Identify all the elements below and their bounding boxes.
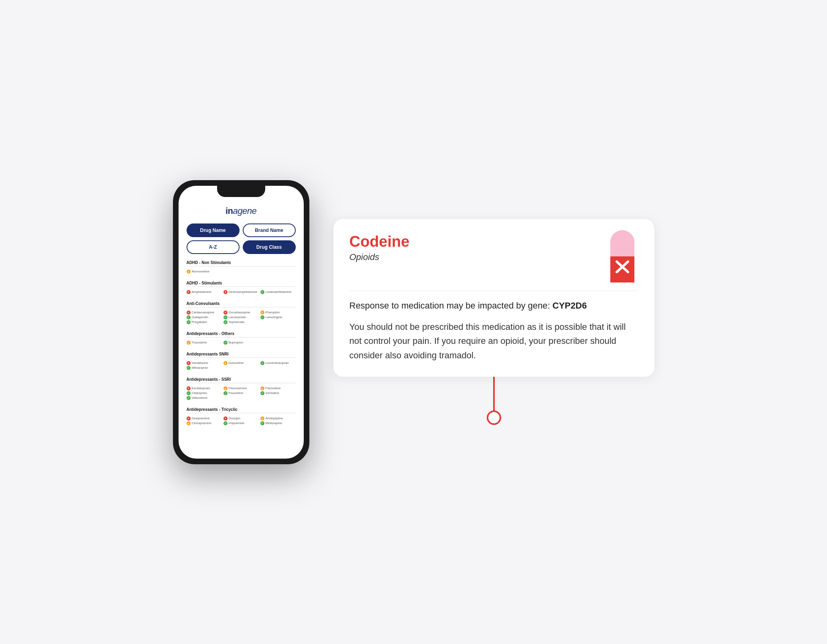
pill-icon [606,230,638,282]
drug-name-label: Venlafaxine [192,361,208,365]
drug-name-label: Pregabalin [192,320,207,324]
drug-name-label: Levomilnacipran [266,361,289,365]
status-dot-green: ✓ [224,315,228,319]
status-dot-yellow: ▲ [187,341,191,345]
gene-name: CYP2D6 [553,301,587,311]
phone-notch [217,186,265,197]
filter-az[interactable]: A-Z [187,240,240,254]
drug-item[interactable]: ✓Gabapentin [187,315,222,319]
section-title: Antidepressants - Others [187,331,296,337]
drug-item[interactable]: ✕Amphetamine [187,290,222,294]
drug-name-label: Escitalopram [192,386,210,390]
drug-item[interactable]: ✓Fluoxetine [224,391,259,395]
drug-item[interactable]: ✓Bupropion [224,341,259,345]
drug-item[interactable]: ✕Desipramine [187,416,222,421]
drug-item[interactable]: ✓Lisdexamfetamine [260,290,296,294]
drug-grid: ✕Carbamazepine✕Oxcarbazepine▲Phenytoin✓G… [187,309,296,326]
drug-card: Codeine Opioids [333,219,654,377]
drug-sections: ADHD - Non Stimulants▲AtomoxetineADHD - … [187,260,296,427]
drug-item[interactable]: ✓Topiramate [224,320,259,324]
drug-item[interactable]: ▲Phenytoin [260,311,296,315]
section-title: Antidepressants - SSRI [187,377,296,383]
drug-item[interactable]: ▲Clomipramine [187,421,222,425]
status-dot-green: ✓ [260,290,264,294]
logo-text: inagene [226,206,256,216]
drug-name-label: Sertraline [266,391,279,395]
drug-item[interactable]: ▲Paroxetine [260,386,296,390]
drug-item[interactable]: ✕Dextroamphetamine [224,290,259,294]
card-header: Codeine Opioids [349,234,638,282]
status-dot-red: ✕ [187,311,191,315]
status-dot-green: ✓ [187,366,191,370]
drug-item[interactable]: ✓Citalopram [187,391,222,395]
card-divider [349,291,638,291]
filter-buttons: Drug Name Brand Name A-Z Drug Class [187,223,296,254]
drug-item[interactable]: ✕Venlafaxine [187,361,222,365]
drug-name-label: Trazodone [192,341,207,344]
drug-name: Codeine [349,234,410,250]
status-dot-green: ✓ [260,391,264,395]
drug-item[interactable]: ✓Imipramine [224,421,259,425]
drug-item[interactable]: ✓Lamotrigine [260,315,296,319]
drug-name-label: Phenytoin [266,311,280,314]
drug-item[interactable]: ✓Mirtazapine [260,421,296,425]
phone-frame: inagene Drug Name Brand Name A-Z Dru [173,180,309,464]
drug-item[interactable]: ▲Fluvoxamine [224,386,259,390]
status-dot-red: ✕ [224,416,228,421]
status-dot-green: ✓ [224,421,228,425]
status-dot-green: ✓ [260,361,264,365]
drug-name-label: Clomipramine [192,421,211,425]
drug-name-label: Doxepin [229,416,240,420]
section-title: Anti-Convulsants [187,301,296,307]
drug-item[interactable]: ✓Levomilnacipran [260,361,296,365]
drug-name-label: Lisdexamfetamine [266,290,292,294]
drug-name-label: Atomoxetine [192,270,209,273]
drug-item[interactable]: ✓Sertraline [260,391,296,395]
status-dot-yellow: ▲ [260,386,264,390]
drug-item[interactable]: ✓Lacosamide [224,315,259,319]
drug-name-label: Milnacipran [192,366,208,370]
status-dot-green: ✓ [260,315,264,319]
section-title: Antidepressants - Tricyclic [187,407,296,413]
drug-name-label: Desipramine [192,416,210,420]
drug-item[interactable]: ▲Duloxetine [224,361,259,365]
drug-item[interactable]: ▲Trazodone [187,341,222,345]
drug-grid: ✕Amphetamine✕Dextroamphetamine✓Lisdexamf… [187,288,296,296]
timeline-circle [487,410,501,425]
section-title: Antidepressants SNRI [187,352,296,358]
status-dot-yellow: ▲ [260,311,264,315]
drug-section: Antidepressants SNRI✕Venlafaxine▲Duloxet… [187,352,296,372]
status-dot-yellow: ▲ [187,421,191,425]
timeline-connector [333,377,654,425]
drug-section: ADHD - Stimulants✕Amphetamine✕Dextroamph… [187,281,296,296]
scene: inagene Drug Name Brand Name A-Z Dru [173,180,654,464]
status-dot-green: ✓ [187,396,191,400]
drug-item[interactable]: ✕Carbamazepine [187,311,222,315]
drug-item[interactable]: ✕Doxepin [224,416,259,421]
card-title-block: Codeine Opioids [349,234,410,262]
drug-item[interactable]: ✓Milnacipran [187,366,222,370]
status-dot-red: ✕ [187,290,191,294]
drug-item[interactable]: ▲Atomoxetine [187,270,222,274]
filter-drug-name[interactable]: Drug Name [187,223,240,237]
drug-item[interactable]: ✓Pregabalin [187,320,222,324]
drug-name-label: Dextroamphetamine [229,290,258,294]
drug-section: Anti-Convulsants✕Carbamazepine✕Oxcarbaze… [187,301,296,326]
status-dot-yellow: ▲ [224,361,228,365]
drug-item[interactable]: ▲Amitriptyline [260,416,296,421]
status-dot-green: ✓ [260,421,264,425]
status-dot-green: ✓ [224,391,228,395]
filter-brand-name[interactable]: Brand Name [243,223,296,237]
drug-grid: ▲Trazodone✓Bupropion [187,339,296,346]
status-dot-green: ✓ [187,320,191,324]
drug-item[interactable]: ✕Oxcarbazepine [224,311,259,315]
card-gene-text: Response to medication may be impacted b… [349,299,638,313]
drug-item[interactable]: ✓Vilazodone [187,396,222,400]
status-dot-green: ✓ [187,391,191,395]
drug-item[interactable]: ✕Escitalopram [187,386,222,390]
drug-section: Antidepressants - Tricyclic✕Desipramine✕… [187,407,296,427]
filter-drug-class[interactable]: Drug Class [243,240,296,254]
drug-name-label: Imipramine [229,421,245,425]
drug-grid: ▲Atomoxetine [187,268,296,275]
drug-name-label: Bupropion [229,341,243,344]
